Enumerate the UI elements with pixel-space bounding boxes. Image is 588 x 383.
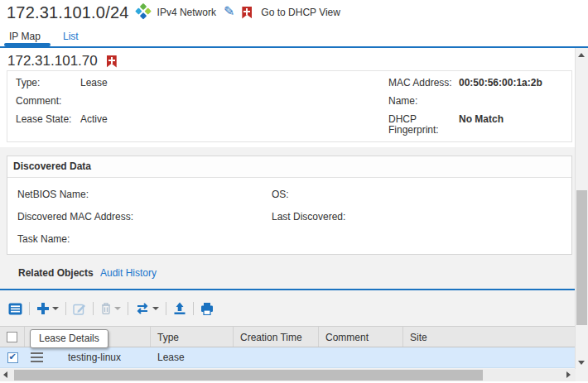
trash-icon [100, 302, 112, 315]
table-view-button[interactable] [8, 303, 22, 315]
detail-fields-right: MAC Address: 00:50:56:00:1a:2b Name: DHC… [388, 78, 563, 135]
add-button[interactable] [36, 302, 59, 315]
select-all-cell [0, 327, 25, 347]
discovered-fields-left: NetBIOS Name: Discovered MAC Address: Ta… [17, 189, 272, 256]
ip-detail-title-row: 172.31.101.70 [0, 48, 575, 70]
horizontal-scrollbar-thumb[interactable] [14, 370, 483, 381]
scroll-left-arrow-icon[interactable] [3, 371, 7, 378]
field-discovered-mac: Discovered MAC Address: [17, 211, 272, 223]
toolbar-separator [193, 302, 194, 315]
toolbar-separator [93, 302, 94, 315]
row-type: Lease [151, 352, 234, 363]
column-header-type[interactable]: Type [151, 327, 234, 347]
field-last-discovered: Last Discovered: [272, 211, 563, 223]
bookmark-icon[interactable] [107, 55, 117, 68]
toolbar-separator [29, 302, 30, 315]
detail-fields-left: Type: Lease Comment: Lease State: Active [16, 78, 388, 135]
row-checkbox-checked[interactable] [7, 352, 18, 363]
field-lease-state: Lease State: Active [16, 114, 388, 125]
related-objects-toolbar [0, 291, 575, 326]
bookmark-plus-glyph [107, 55, 117, 68]
field-dhcp-fingerprint: DHCP Fingerprint: No Match [388, 114, 563, 136]
tab-related-objects[interactable]: Related Objects [18, 267, 94, 279]
network-title: 172.31.101.0/24 [7, 3, 129, 22]
main-tab-bar: IP Map List [0, 25, 588, 48]
field-value: Lease [80, 78, 108, 89]
add-dropdown-caret[interactable] [52, 307, 59, 310]
sub-tab-divider [0, 289, 575, 290]
scroll-up-arrow-icon[interactable] [578, 53, 585, 57]
delete-button-disabled[interactable] [100, 302, 121, 315]
edit-button-disabled[interactable] [73, 302, 86, 315]
field-label: Lease State: [16, 114, 80, 125]
ipv4-network-icon [133, 3, 152, 22]
transfer-button[interactable] [135, 303, 159, 314]
scroll-right-arrow-icon[interactable] [566, 371, 571, 378]
field-label: DHCP Fingerprint: [388, 114, 459, 136]
field-netbios-name: NetBIOS Name: [17, 189, 272, 200]
column-header-site[interactable]: Site [403, 327, 575, 347]
network-type-label: IPv4 Network [157, 7, 216, 18]
horizontal-scrollbar[interactable] [0, 369, 576, 381]
go-to-dhcp-view-link[interactable]: Go to DHCP View [261, 7, 340, 18]
column-header-creation-time[interactable]: Creation Time [234, 327, 319, 347]
discovered-data-panel: Discovered Data NetBIOS Name: Discovered… [7, 156, 572, 255]
field-value: 00:50:56:00:1a:2b [459, 78, 542, 89]
plus-icon [36, 302, 50, 315]
field-label: Comment: [16, 96, 80, 107]
tab-list[interactable]: List [63, 31, 79, 42]
scroll-down-arrow-icon[interactable] [578, 361, 585, 365]
ip-detail-section: 172.31.101.70 Type: Lease Comment: Lease… [0, 48, 575, 147]
field-mac-address: MAC Address: 00:50:56:00:1a:2b [388, 78, 563, 89]
field-label: Type: [16, 78, 80, 89]
vertical-scrollbar-thumb[interactable] [576, 190, 587, 325]
toolbar-separator [128, 302, 128, 315]
field-value: No Match [459, 114, 504, 136]
field-type: Type: Lease [16, 78, 388, 89]
vertical-scrollbar[interactable] [575, 48, 588, 371]
field-name: Name: [388, 96, 563, 107]
network-header: 172.31.101.0/24 IPv4 Network ✎ Go to DHC… [0, 0, 588, 25]
print-button[interactable] [200, 303, 214, 315]
sub-tab-bar: Related Objects Audit History [0, 255, 575, 291]
edit-icon [73, 302, 86, 315]
edit-network-icon[interactable]: ✎ [224, 5, 234, 18]
ipam-network-view: 172.31.101.0/24 IPv4 Network ✎ Go to DHC… [0, 0, 588, 383]
toolbar-separator [166, 302, 166, 315]
discovered-data-title: Discovered Data [7, 156, 571, 178]
tab-audit-history[interactable]: Audit History [100, 267, 157, 279]
field-label: Name: [388, 96, 459, 107]
tab-ip-map[interactable]: IP Map [9, 31, 41, 42]
ip-address-title: 172.31.101.70 [7, 53, 98, 69]
row-name-cell: testing-linux [25, 352, 151, 363]
field-comment: Comment: [16, 96, 388, 107]
table-row[interactable]: testing-linux Lease [0, 347, 575, 368]
export-button[interactable] [173, 302, 186, 315]
toolbar-separator [65, 302, 66, 315]
bookmark-icon[interactable] [242, 7, 252, 19]
field-os: OS: [272, 189, 563, 200]
printer-icon [200, 303, 214, 315]
discovered-fields-right: OS: Last Discovered: [272, 189, 563, 256]
row-select-cell [0, 352, 25, 363]
row-name: testing-linux [68, 352, 121, 363]
upload-icon [173, 302, 186, 315]
transfer-arrows-icon [135, 303, 150, 314]
field-task-name: Task Name: [17, 233, 272, 245]
ip-detail-fields: Type: Lease Comment: Lease State: Active… [7, 70, 572, 142]
scrollbar-corner [576, 369, 588, 381]
field-value: Active [80, 114, 108, 125]
discovered-data-body: NetBIOS Name: Discovered MAC Address: Ta… [7, 178, 571, 256]
row-menu-icon[interactable] [31, 352, 43, 362]
field-label: MAC Address: [388, 78, 459, 89]
lease-details-tooltip: Lease Details [30, 329, 108, 348]
bookmark-plus-glyph [242, 7, 252, 19]
table-view-icon [8, 303, 22, 315]
delete-dropdown-caret[interactable] [114, 307, 121, 310]
select-all-checkbox[interactable] [7, 332, 17, 342]
column-header-comment[interactable]: Comment [319, 327, 403, 347]
transfer-dropdown-caret[interactable] [152, 307, 159, 310]
